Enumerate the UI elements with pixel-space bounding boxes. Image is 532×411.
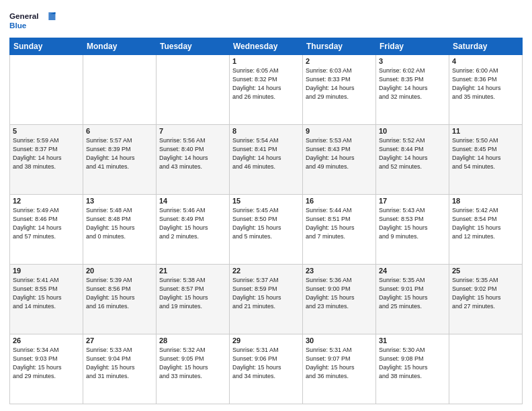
calendar-cell — [157, 55, 230, 125]
day-number: 1 — [232, 57, 300, 65]
weekday-monday: Monday — [83, 38, 157, 55]
day-info: Sunrise: 5:31 AMSunset: 9:07 PMDaylight:… — [306, 346, 373, 381]
day-number: 31 — [379, 336, 446, 345]
day-number: 17 — [379, 197, 446, 205]
calendar-cell: 26Sunrise: 5:34 AMSunset: 9:03 PMDayligh… — [10, 334, 83, 404]
day-info: Sunrise: 5:33 AMSunset: 9:04 PMDaylight:… — [86, 346, 153, 381]
calendar-cell: 8Sunrise: 5:54 AMSunset: 8:41 PMDaylight… — [230, 125, 303, 195]
day-number: 26 — [13, 336, 80, 345]
day-number: 25 — [452, 267, 519, 275]
day-info: Sunrise: 5:46 AMSunset: 8:49 PMDaylight:… — [159, 206, 226, 241]
day-info: Sunrise: 5:57 AMSunset: 8:39 PMDaylight:… — [86, 136, 153, 171]
calendar-cell: 18Sunrise: 5:42 AMSunset: 8:54 PMDayligh… — [449, 195, 523, 265]
day-number: 15 — [232, 197, 300, 205]
day-number: 19 — [13, 267, 80, 275]
week-row-5: 26Sunrise: 5:34 AMSunset: 9:03 PMDayligh… — [10, 334, 523, 404]
calendar-cell: 19Sunrise: 5:41 AMSunset: 8:55 PMDayligh… — [10, 265, 83, 334]
weekday-header-row: SundayMondayTuesdayWednesdayThursdayFrid… — [10, 38, 523, 55]
calendar-cell: 16Sunrise: 5:44 AMSunset: 8:51 PMDayligh… — [303, 195, 376, 265]
weekday-saturday: Saturday — [449, 38, 523, 55]
calendar-cell: 9Sunrise: 5:53 AMSunset: 8:43 PMDaylight… — [303, 125, 376, 195]
day-info: Sunrise: 6:00 AMSunset: 8:36 PMDaylight:… — [452, 66, 519, 101]
day-info: Sunrise: 5:45 AMSunset: 8:50 PMDaylight:… — [232, 206, 300, 241]
calendar-cell: 6Sunrise: 5:57 AMSunset: 8:39 PMDaylight… — [83, 125, 157, 195]
calendar-cell: 5Sunrise: 5:59 AMSunset: 8:37 PMDaylight… — [10, 125, 83, 195]
day-info: Sunrise: 5:30 AMSunset: 9:08 PMDaylight:… — [379, 346, 446, 381]
day-info: Sunrise: 5:36 AMSunset: 9:00 PMDaylight:… — [306, 276, 373, 311]
weekday-sunday: Sunday — [10, 38, 83, 55]
calendar-table: SundayMondayTuesdayWednesdayThursdayFrid… — [9, 38, 523, 404]
svg-text:Blue: Blue — [9, 21, 27, 30]
day-number: 16 — [306, 197, 373, 205]
day-info: Sunrise: 5:49 AMSunset: 8:46 PMDaylight:… — [13, 206, 80, 241]
day-info: Sunrise: 5:35 AMSunset: 9:01 PMDaylight:… — [379, 276, 446, 311]
day-info: Sunrise: 5:37 AMSunset: 8:59 PMDaylight:… — [232, 276, 300, 311]
calendar-cell: 13Sunrise: 5:48 AMSunset: 8:48 PMDayligh… — [83, 195, 157, 265]
calendar-cell — [449, 334, 523, 404]
day-number: 28 — [159, 336, 226, 345]
day-info: Sunrise: 5:32 AMSunset: 9:05 PMDaylight:… — [159, 346, 226, 381]
calendar-cell: 22Sunrise: 5:37 AMSunset: 8:59 PMDayligh… — [230, 265, 303, 334]
day-info: Sunrise: 5:56 AMSunset: 8:40 PMDaylight:… — [159, 136, 226, 171]
day-info: Sunrise: 5:59 AMSunset: 8:37 PMDaylight:… — [13, 136, 80, 171]
day-info: Sunrise: 5:54 AMSunset: 8:41 PMDaylight:… — [232, 136, 300, 171]
calendar-cell: 11Sunrise: 5:50 AMSunset: 8:45 PMDayligh… — [449, 125, 523, 195]
weekday-thursday: Thursday — [303, 38, 376, 55]
day-number: 10 — [379, 127, 446, 135]
calendar-cell: 31Sunrise: 5:30 AMSunset: 9:08 PMDayligh… — [376, 334, 449, 404]
weekday-friday: Friday — [376, 38, 449, 55]
day-info: Sunrise: 5:31 AMSunset: 9:06 PMDaylight:… — [232, 346, 300, 381]
calendar-cell: 10Sunrise: 5:52 AMSunset: 8:44 PMDayligh… — [376, 125, 449, 195]
weekday-wednesday: Wednesday — [230, 38, 303, 55]
day-info: Sunrise: 6:05 AMSunset: 8:32 PMDaylight:… — [232, 66, 300, 101]
header: General Blue — [9, 7, 523, 34]
day-number: 7 — [159, 127, 226, 135]
day-info: Sunrise: 5:38 AMSunset: 8:57 PMDaylight:… — [159, 276, 226, 311]
day-number: 29 — [232, 336, 300, 345]
day-number: 23 — [306, 267, 373, 275]
day-number: 2 — [306, 57, 373, 65]
calendar-cell: 2Sunrise: 6:03 AMSunset: 8:33 PMDaylight… — [303, 55, 376, 125]
day-info: Sunrise: 5:50 AMSunset: 8:45 PMDaylight:… — [452, 136, 519, 171]
calendar-cell: 7Sunrise: 5:56 AMSunset: 8:40 PMDaylight… — [157, 125, 230, 195]
calendar-cell: 24Sunrise: 5:35 AMSunset: 9:01 PMDayligh… — [376, 265, 449, 334]
day-number: 3 — [379, 57, 446, 65]
day-number: 12 — [13, 197, 80, 205]
calendar-cell: 27Sunrise: 5:33 AMSunset: 9:04 PMDayligh… — [83, 334, 157, 404]
day-number: 30 — [306, 336, 373, 345]
weekday-tuesday: Tuesday — [157, 38, 230, 55]
calendar-cell — [83, 55, 157, 125]
day-number: 27 — [86, 336, 153, 345]
day-number: 11 — [452, 127, 519, 135]
day-number: 6 — [86, 127, 153, 135]
day-number: 20 — [86, 267, 153, 275]
day-number: 24 — [379, 267, 446, 275]
day-info: Sunrise: 5:44 AMSunset: 8:51 PMDaylight:… — [306, 206, 373, 241]
day-number: 5 — [13, 127, 80, 135]
day-info: Sunrise: 6:02 AMSunset: 8:35 PMDaylight:… — [379, 66, 446, 101]
day-info: Sunrise: 5:43 AMSunset: 8:53 PMDaylight:… — [379, 206, 446, 241]
day-number: 13 — [86, 197, 153, 205]
day-number: 22 — [232, 267, 300, 275]
calendar-cell: 4Sunrise: 6:00 AMSunset: 8:36 PMDaylight… — [449, 55, 523, 125]
day-info: Sunrise: 5:48 AMSunset: 8:48 PMDaylight:… — [86, 206, 153, 241]
day-info: Sunrise: 5:42 AMSunset: 8:54 PMDaylight:… — [452, 206, 519, 241]
calendar-cell: 1Sunrise: 6:05 AMSunset: 8:32 PMDaylight… — [230, 55, 303, 125]
calendar-cell: 23Sunrise: 5:36 AMSunset: 9:00 PMDayligh… — [303, 265, 376, 334]
day-info: Sunrise: 5:41 AMSunset: 8:55 PMDaylight:… — [13, 276, 80, 311]
logo: General Blue — [9, 7, 59, 34]
day-info: Sunrise: 5:53 AMSunset: 8:43 PMDaylight:… — [306, 136, 373, 171]
day-info: Sunrise: 5:35 AMSunset: 9:02 PMDaylight:… — [452, 276, 519, 311]
week-row-2: 5Sunrise: 5:59 AMSunset: 8:37 PMDaylight… — [10, 125, 523, 195]
day-number: 4 — [452, 57, 519, 65]
logo-icon: General Blue — [9, 7, 56, 34]
week-row-4: 19Sunrise: 5:41 AMSunset: 8:55 PMDayligh… — [10, 265, 523, 334]
day-info: Sunrise: 5:52 AMSunset: 8:44 PMDaylight:… — [379, 136, 446, 171]
calendar-cell: 25Sunrise: 5:35 AMSunset: 9:02 PMDayligh… — [449, 265, 523, 334]
day-number: 21 — [159, 267, 226, 275]
day-info: Sunrise: 5:34 AMSunset: 9:03 PMDaylight:… — [13, 346, 80, 381]
day-number: 9 — [306, 127, 373, 135]
day-number: 8 — [232, 127, 300, 135]
calendar-cell: 20Sunrise: 5:39 AMSunset: 8:56 PMDayligh… — [83, 265, 157, 334]
page: General Blue SundayMondayTuesdayWednesda… — [0, 0, 532, 411]
